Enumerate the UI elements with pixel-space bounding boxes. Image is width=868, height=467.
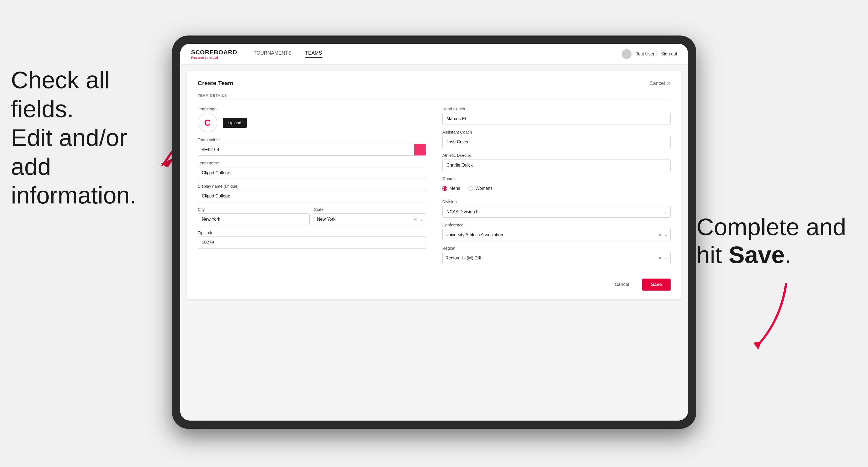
display-name-input[interactable] (198, 190, 426, 202)
conference-select-wrapper: University Athletic Association ✕ ⌄ (442, 229, 671, 241)
conference-value: University Athletic Association (445, 232, 658, 237)
conference-clear-icon[interactable]: ✕ (658, 232, 662, 238)
state-label: State (314, 207, 426, 212)
upload-button[interactable]: Upload (223, 118, 247, 128)
city-state-row: City State New York ✕ ⌄ (198, 207, 426, 225)
athletic-director-input[interactable] (442, 159, 671, 171)
state-field: State New York ✕ ⌄ (314, 207, 426, 225)
left-column: Team logo C Upload Team colo (198, 106, 426, 264)
gender-mens-radio[interactable] (442, 186, 447, 191)
gender-mens-label: Mens (450, 186, 460, 191)
section-label: TEAM DETAILS (198, 93, 671, 100)
team-logo-circle: C (198, 113, 217, 132)
conference-label: Conference (442, 223, 671, 227)
assistant-coach-label: Assistant Coach (442, 130, 671, 134)
head-coach-input[interactable] (442, 113, 671, 125)
gender-womens-option[interactable]: Womens (468, 186, 493, 191)
division-field: Division NCAA Division III ⌄ (442, 199, 671, 218)
content-area: Create Team Cancel ✕ TEAM DETAILS (180, 64, 688, 421)
team-logo-area: C Upload (198, 113, 426, 132)
state-chevron-icon[interactable]: ⌄ (420, 217, 423, 221)
athletic-director-label: Athletic Director (442, 153, 671, 158)
team-name-label: Team name (198, 161, 426, 165)
city-input[interactable] (198, 213, 310, 225)
footer-cancel-button[interactable]: Cancel (607, 279, 637, 290)
annotation-hit: hit (696, 241, 728, 268)
region-chevron-icon[interactable]: ⌄ (664, 256, 668, 260)
display-name-field: Display name (unique) (198, 184, 426, 202)
user-label: Test User | (636, 52, 657, 57)
navbar: SCOREBOARD Powered by clippd TOURNAMENTS… (180, 44, 688, 64)
tablet-device: SCOREBOARD Powered by clippd TOURNAMENTS… (172, 35, 696, 429)
app-logo-sub: Powered by clippd (191, 56, 237, 59)
zip-label: Zip code (198, 230, 426, 235)
annotation-save-line: hit Save. (696, 241, 846, 269)
panel-header: Create Team Cancel ✕ (198, 80, 671, 87)
city-label: City (198, 207, 310, 212)
division-select-wrapper: NCAA Division III ⌄ (442, 206, 671, 218)
city-field: City (198, 207, 310, 225)
athletic-director-field: Athletic Director (442, 153, 671, 171)
nav-right: Test User | Sign out (622, 49, 677, 59)
region-clear-icon[interactable]: ✕ (658, 255, 662, 261)
sign-out-link[interactable]: Sign out (661, 52, 677, 57)
zip-input[interactable] (198, 237, 426, 249)
display-name-label: Display name (unique) (198, 184, 426, 188)
colour-text-input[interactable] (198, 144, 414, 156)
nav-link-teams[interactable]: TEAMS (305, 50, 322, 58)
panel-title: Create Team (198, 80, 233, 87)
cancel-label: Cancel (650, 81, 665, 86)
region-select-wrapper: Region II - (M) DIII ✕ ⌄ (442, 252, 671, 264)
region-label: Region (442, 246, 671, 250)
colour-input-row (198, 144, 426, 156)
logo-letter: C (204, 118, 211, 128)
gender-radio-group: Mens Womens (442, 182, 671, 194)
gender-label: Gender (442, 176, 671, 181)
region-field: Region Region II - (M) DIII ✕ ⌄ (442, 246, 671, 264)
division-select[interactable]: NCAA Division III (442, 206, 671, 218)
tablet-screen: SCOREBOARD Powered by clippd TOURNAMENTS… (180, 44, 688, 421)
user-avatar (622, 49, 631, 59)
state-value: New York (317, 217, 413, 222)
colour-swatch[interactable] (414, 144, 426, 156)
assistant-coach-field: Assistant Coach (442, 130, 671, 148)
conference-chevron-icon[interactable]: ⌄ (664, 233, 668, 237)
left-annotation: Check all fields. Edit and/or add inform… (11, 66, 164, 210)
conference-field: Conference University Athletic Associati… (442, 223, 671, 241)
panel-cancel-x[interactable]: Cancel ✕ (650, 80, 671, 86)
state-select-wrapper: New York ✕ ⌄ (314, 213, 426, 225)
right-annotation: Complete and hit Save. (696, 213, 846, 269)
team-logo-field: Team logo C Upload (198, 106, 426, 132)
annotation-line1: Check all fields. (11, 66, 164, 123)
annotation-save-word: Save (728, 241, 785, 268)
gender-womens-radio[interactable] (468, 186, 473, 191)
create-team-panel: Create Team Cancel ✕ TEAM DETAILS (187, 71, 682, 299)
svg-marker-1 (753, 341, 762, 349)
assistant-coach-input[interactable] (442, 136, 671, 148)
team-colour-field: Team colour (198, 137, 426, 156)
footer-save-button[interactable]: Save (642, 279, 671, 290)
nav-links: TOURNAMENTS TEAMS (254, 50, 622, 58)
head-coach-label: Head Coach (442, 106, 671, 111)
nav-link-tournaments[interactable]: TOURNAMENTS (254, 50, 291, 58)
page-background: Check all fields. Edit and/or add inform… (0, 0, 868, 467)
team-name-input[interactable] (198, 167, 426, 179)
region-value: Region II - (M) DIII (445, 256, 658, 260)
team-logo-label: Team logo (198, 106, 426, 111)
gender-field: Gender Mens Womens (442, 176, 671, 194)
annotation-line2: Edit and/or add (11, 123, 164, 181)
logo-area: SCOREBOARD Powered by clippd (191, 49, 237, 59)
annotation-line3: information. (11, 181, 164, 210)
team-name-field: Team name (198, 161, 426, 179)
right-column: Head Coach Assistant Coach Athletic Dire… (442, 106, 671, 264)
form-grid: Team logo C Upload Team colo (198, 106, 671, 264)
panel-footer: Cancel Save (198, 273, 671, 290)
zip-field: Zip code (198, 230, 426, 249)
division-label: Division (442, 199, 671, 204)
app-logo: SCOREBOARD (191, 49, 237, 56)
annotation-complete: Complete and (696, 213, 846, 241)
close-icon[interactable]: ✕ (666, 80, 671, 86)
gender-mens-option[interactable]: Mens (442, 186, 460, 191)
state-clear-icon[interactable]: ✕ (413, 216, 417, 222)
right-arrow-icon (737, 279, 792, 355)
